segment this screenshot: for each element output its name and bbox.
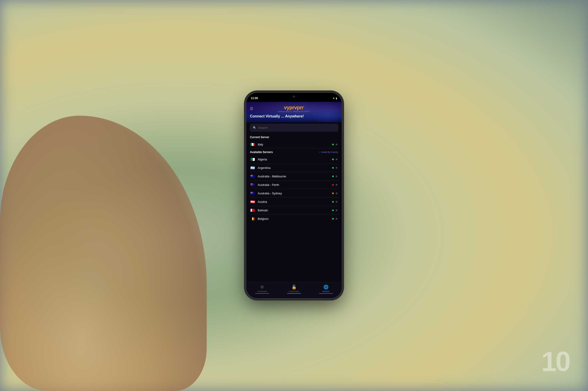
status-dot-austria <box>332 201 334 203</box>
connection-indicator <box>287 293 301 294</box>
server-item-bahrain[interactable]: 🇧🇭 Bahrain ★ <box>250 206 338 214</box>
status-dot-bahrain <box>332 209 334 211</box>
flag-algeria: 🇩🇿 <box>250 157 255 161</box>
star-button-algeria[interactable]: ★ <box>335 157 338 161</box>
servers-label: Servers <box>322 290 329 293</box>
nav-item-servers[interactable]: 🌐 Servers <box>310 285 342 294</box>
logo-registered: ® <box>303 106 304 108</box>
logo-subtitle: STRIKINGLY PROTECTIVE™ <box>278 111 310 112</box>
server-item-australia-sydney[interactable]: 🇦🇺 Australia - Sydney ★ <box>250 189 338 197</box>
search-box[interactable]: 🔍 Search <box>250 124 338 131</box>
sort-icon: ↕ <box>319 151 320 154</box>
star-button-australia-melbourne[interactable]: ★ <box>335 174 338 178</box>
customize-icon: ⚙ <box>260 285 264 290</box>
wifi-icon: ▼ <box>333 97 335 99</box>
connection-label: Connection <box>289 290 299 293</box>
star-button-australia-perth[interactable]: ★ <box>335 183 338 187</box>
sort-badge[interactable]: ↕ Sorted By Country <box>319 151 338 154</box>
phone-device: 11:08 ▼ ▮ ☰ vyprvpn® <box>246 92 342 299</box>
star-button-australia-sydney[interactable]: ★ <box>335 191 338 195</box>
flag-australia-melbourne: 🇦🇺 <box>250 174 255 178</box>
server-item-algeria[interactable]: 🇩🇿 Algeria ★ <box>250 155 338 164</box>
battery-icon: ▮ <box>336 97 337 99</box>
status-time: 11:08 <box>251 97 258 100</box>
server-name-austria: Austria <box>258 200 332 203</box>
flag-belgium: 🇧🇪 <box>250 217 255 220</box>
flag-bahrain: 🇧🇭 <box>250 208 255 212</box>
servers-icon: 🌐 <box>323 285 328 290</box>
server-name-algeria: Algeria <box>258 158 332 161</box>
menu-button[interactable]: ☰ <box>250 106 253 111</box>
logo-accent: vpn <box>294 105 303 110</box>
nav-item-customize[interactable]: ⚙ Customize <box>246 285 278 294</box>
flag-argentina: 🇦🇷 <box>250 166 255 170</box>
server-name-italy: Italy <box>258 143 332 146</box>
star-button-bahrain[interactable]: ★ <box>335 208 338 212</box>
app-container: ☰ vyprvpn® STRIKINGLY PROTECTIVE™ Connec… <box>246 102 342 298</box>
status-dot-australia-sydney <box>332 193 334 194</box>
current-server-header: Current Server <box>250 133 338 140</box>
flag-italy: 🇮🇹 <box>250 142 255 146</box>
bottom-nav: ⚙ Customize 🔓 Connection 🌐 Servers <box>246 283 342 298</box>
server-actions-australia-perth: ★ <box>332 183 338 187</box>
status-dot-belgium <box>332 218 334 220</box>
sort-label-text: Sorted By Country <box>321 151 338 153</box>
star-button-italy[interactable]: ★ <box>335 142 338 146</box>
server-name-argentina: Argentina <box>258 166 332 170</box>
server-actions-bahrain: ★ <box>332 208 338 212</box>
server-name-bahrain: Bahrain <box>258 208 332 212</box>
nav-item-connection[interactable]: 🔓 Connection <box>278 285 310 294</box>
server-name-australia-perth: Australia - Perth <box>258 183 332 187</box>
status-dot-italy <box>332 144 334 145</box>
front-camera <box>293 96 295 98</box>
server-item-austria[interactable]: 🇦🇹 Austria ★ <box>250 197 338 206</box>
connection-icon: 🔓 <box>292 285 296 290</box>
watermark: 10 <box>541 346 570 377</box>
server-item-current-italy[interactable]: 🇮🇹 Italy ★ <box>250 140 338 149</box>
status-dot-australia-perth <box>332 184 334 186</box>
server-list[interactable]: Current Server 🇮🇹 Italy ★ Available Serv… <box>246 133 342 283</box>
star-button-belgium[interactable]: ★ <box>335 217 338 220</box>
phone-screen: ☰ vyprvpn® STRIKINGLY PROTECTIVE™ Connec… <box>246 102 342 298</box>
server-actions-italy: ★ <box>332 142 338 146</box>
logo-area: vyprvpn® STRIKINGLY PROTECTIVE™ <box>278 105 310 112</box>
status-dot-algeria <box>332 159 334 160</box>
header-top: ☰ vyprvpn® STRIKINGLY PROTECTIVE™ <box>250 105 338 112</box>
search-container: 🔍 Search <box>246 122 342 133</box>
status-dot-argentina <box>332 167 334 169</box>
app-header: ☰ vyprvpn® STRIKINGLY PROTECTIVE™ Connec… <box>246 102 342 122</box>
flag-australia-perth: 🇦🇺 <box>250 183 255 187</box>
flag-austria: 🇦🇹 <box>250 200 255 203</box>
status-bar: 11:08 ▼ ▮ <box>246 93 342 102</box>
server-name-australia-melbourne: Australia - Melbourne <box>258 175 332 178</box>
server-name-belgium: Belgium <box>258 217 332 220</box>
search-icon: 🔍 <box>253 126 256 129</box>
server-actions-belgium: ★ <box>332 217 338 220</box>
server-actions-australia-sydney: ★ <box>332 191 338 195</box>
search-placeholder: Search <box>258 126 268 129</box>
server-actions-australia-melbourne: ★ <box>332 174 338 178</box>
customize-indicator <box>255 293 269 294</box>
status-dot-australia-melbourne <box>332 176 334 177</box>
logo-main: vypr <box>284 105 294 110</box>
server-item-belgium[interactable]: 🇧🇪 Belgium ★ <box>250 214 338 223</box>
star-button-argentina[interactable]: ★ <box>335 166 338 170</box>
server-name-australia-sydney: Australia - Sydney <box>258 192 332 195</box>
server-item-australia-perth[interactable]: 🇦🇺 Australia - Perth ★ <box>250 181 338 189</box>
app-logo: vyprvpn® <box>284 105 304 111</box>
star-button-austria[interactable]: ★ <box>335 200 338 203</box>
available-servers-label: Available Servers <box>250 151 273 154</box>
phone-wrapper: 11:08 ▼ ▮ ☰ vyprvpn® <box>246 92 342 299</box>
server-item-australia-melbourne[interactable]: 🇦🇺 Australia - Melbourne ★ <box>250 172 338 181</box>
customize-label: Customize <box>257 290 267 293</box>
server-actions-austria: ★ <box>332 200 338 203</box>
flag-australia-sydney: 🇦🇺 <box>250 191 255 195</box>
status-icons: ▼ ▮ <box>333 97 337 99</box>
servers-indicator <box>319 293 333 294</box>
available-servers-header-row: Available Servers ↕ Sorted By Country <box>250 149 338 155</box>
header-tagline: Connect Virtually ... Anywhere! <box>250 114 338 118</box>
server-actions-argentina: ★ <box>332 166 338 170</box>
server-item-argentina[interactable]: 🇦🇷 Argentina ★ <box>250 164 338 172</box>
server-actions-algeria: ★ <box>332 157 338 161</box>
